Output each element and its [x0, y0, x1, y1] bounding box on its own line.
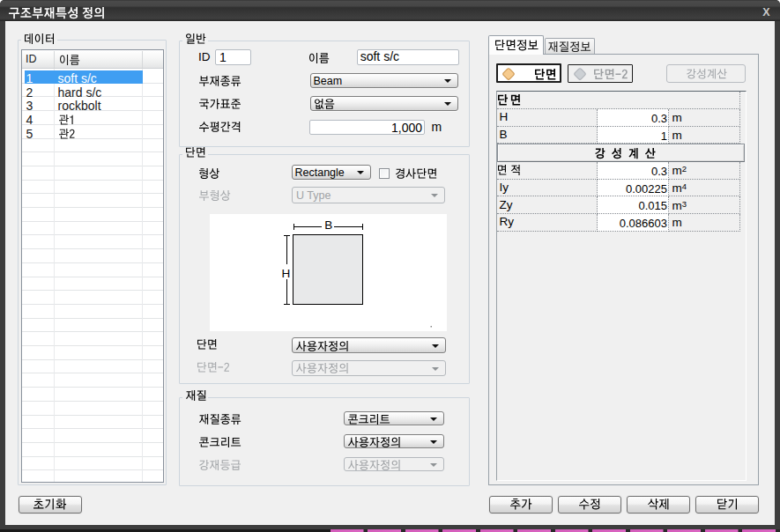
svg-text:B: B [324, 218, 332, 232]
svg-text:H: H [282, 267, 291, 280]
